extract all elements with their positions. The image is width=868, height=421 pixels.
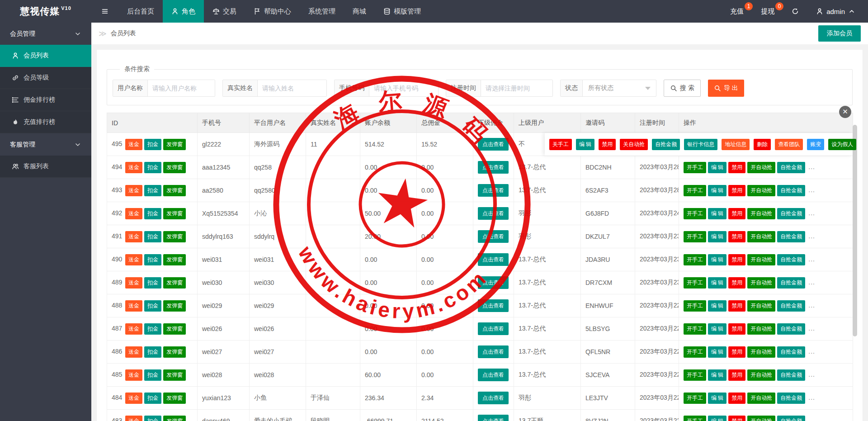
- row-button-送金[interactable]: 送金: [125, 300, 142, 312]
- more-actions-button[interactable]: ...: [808, 394, 815, 401]
- action-button-禁用[interactable]: 禁用: [728, 277, 745, 289]
- action-button-自抢金额[interactable]: 自抢金额: [777, 277, 805, 289]
- action-button-禁用[interactable]: 禁用: [728, 346, 745, 358]
- action-button-开自动抢[interactable]: 开自动抢: [747, 162, 775, 173]
- sidebar-item-会员列表[interactable]: 会员列表: [0, 45, 91, 67]
- sidebar-item-佣金排行榜[interactable]: 佣金排行榜: [0, 89, 91, 111]
- view-button[interactable]: 点击查看: [478, 161, 509, 174]
- action-button-编辑[interactable]: 编 辑: [708, 323, 726, 335]
- expanded-action-自抢金额[interactable]: 自抢金额: [652, 139, 680, 150]
- more-actions-button[interactable]: ...: [808, 186, 815, 194]
- view-button[interactable]: 点击查看: [478, 322, 509, 335]
- sidebar-collapse-icon[interactable]: [91, 0, 118, 23]
- row-button-扣金[interactable]: 扣金: [144, 416, 161, 421]
- action-button-自抢金额[interactable]: 自抢金额: [777, 162, 805, 173]
- action-button-禁用[interactable]: 禁用: [728, 323, 745, 335]
- close-icon[interactable]: ✕: [839, 106, 851, 118]
- row-button-送金[interactable]: 送金: [125, 346, 142, 358]
- action-button-禁用[interactable]: 禁用: [728, 416, 745, 421]
- row-button-送金[interactable]: 送金: [125, 369, 142, 381]
- action-button-自抢金额[interactable]: 自抢金额: [777, 300, 805, 312]
- action-button-开手工[interactable]: 开手工: [684, 208, 706, 219]
- action-button-自抢金额[interactable]: 自抢金额: [777, 416, 805, 421]
- expanded-action-查看团队[interactable]: 查看团队: [775, 139, 803, 150]
- expanded-action-禁用[interactable]: 禁用: [599, 139, 616, 150]
- row-button-发弹窗[interactable]: 发弹窗: [163, 208, 186, 219]
- action-button-开手工[interactable]: 开手工: [684, 254, 706, 265]
- action-button-自抢金额[interactable]: 自抢金额: [777, 323, 805, 335]
- row-button-发弹窗[interactable]: 发弹窗: [163, 139, 186, 150]
- row-button-送金[interactable]: 送金: [125, 254, 142, 265]
- action-button-编辑[interactable]: 编 辑: [708, 393, 726, 404]
- view-button[interactable]: 点击查看: [478, 276, 509, 289]
- action-button-编辑[interactable]: 编 辑: [708, 162, 726, 173]
- row-button-扣金[interactable]: 扣金: [144, 185, 161, 196]
- scrollbar-thumb[interactable]: [853, 125, 857, 336]
- row-button-发弹窗[interactable]: 发弹窗: [163, 300, 186, 312]
- filter-input-注册时间[interactable]: [481, 80, 552, 96]
- more-actions-button[interactable]: ...: [808, 302, 815, 309]
- action-button-自抢金额[interactable]: 自抢金额: [777, 231, 805, 242]
- row-button-送金[interactable]: 送金: [125, 208, 142, 219]
- view-button[interactable]: 点击查看: [478, 392, 509, 404]
- more-actions-button[interactable]: ...: [808, 279, 815, 286]
- row-button-扣金[interactable]: 扣金: [144, 369, 161, 381]
- action-button-禁用[interactable]: 禁用: [728, 254, 745, 265]
- action-button-开手工[interactable]: 开手工: [684, 162, 706, 173]
- row-button-送金[interactable]: 送金: [125, 185, 142, 196]
- expanded-action-删除[interactable]: 删除: [754, 139, 771, 150]
- row-button-发弹窗[interactable]: 发弹窗: [163, 323, 186, 335]
- nav-item-后台首页[interactable]: 后台首页: [118, 0, 163, 23]
- action-button-自抢金额[interactable]: 自抢金额: [777, 346, 805, 358]
- action-button-开手工[interactable]: 开手工: [684, 185, 706, 196]
- export-button[interactable]: 导 出: [708, 80, 744, 97]
- more-actions-button[interactable]: ...: [808, 232, 815, 240]
- action-button-编辑[interactable]: 编 辑: [708, 277, 726, 289]
- more-actions-button[interactable]: ...: [808, 417, 815, 421]
- nav-item-帮助中心[interactable]: 帮助中心: [245, 0, 300, 23]
- view-button[interactable]: 点击查看: [478, 299, 509, 312]
- action-button-自抢金额[interactable]: 自抢金额: [777, 185, 805, 196]
- row-button-送金[interactable]: 送金: [125, 323, 142, 335]
- action-button-编辑[interactable]: 编 辑: [708, 369, 726, 381]
- row-button-发弹窗[interactable]: 发弹窗: [163, 231, 186, 242]
- nav-item-商城[interactable]: 商城: [344, 0, 375, 23]
- action-button-禁用[interactable]: 禁用: [728, 162, 745, 173]
- action-button-编辑[interactable]: 编 辑: [708, 300, 726, 312]
- row-button-扣金[interactable]: 扣金: [144, 300, 161, 312]
- action-button-开自动抢[interactable]: 开自动抢: [747, 416, 775, 421]
- row-button-发弹窗[interactable]: 发弹窗: [163, 416, 186, 421]
- action-button-开自动抢[interactable]: 开自动抢: [747, 185, 775, 196]
- expanded-action-设为假人[interactable]: 设为假人: [828, 139, 856, 150]
- action-button-编辑[interactable]: 编 辑: [708, 231, 726, 242]
- expanded-action-关手工[interactable]: 关手工: [549, 139, 572, 150]
- action-button-编辑[interactable]: 编 辑: [708, 346, 726, 358]
- sidebar-item-充值排行榜[interactable]: 充值排行榜: [0, 111, 91, 133]
- sidebar-group-会员管理[interactable]: 会员管理: [0, 23, 91, 45]
- nav-item-交易[interactable]: 交易: [204, 0, 245, 23]
- admin-menu[interactable]: admin: [816, 8, 855, 15]
- view-button[interactable]: 点击查看: [478, 415, 509, 421]
- more-actions-button[interactable]: ...: [808, 371, 815, 378]
- filter-input-用户名称[interactable]: [148, 80, 215, 96]
- filter-input-真实姓名[interactable]: [258, 80, 326, 96]
- action-button-编辑[interactable]: 编 辑: [708, 208, 726, 219]
- action-button-开手工[interactable]: 开手工: [684, 346, 706, 358]
- view-button[interactable]: 点击查看: [478, 253, 509, 266]
- nav-item-模版管理[interactable]: 模版管理: [375, 0, 429, 23]
- filter-input-手机号码[interactable]: [369, 80, 438, 96]
- action-button-开自动抢[interactable]: 开自动抢: [747, 346, 775, 358]
- more-actions-button[interactable]: ...: [808, 325, 815, 332]
- row-button-扣金[interactable]: 扣金: [144, 208, 161, 219]
- row-button-送金[interactable]: 送金: [125, 139, 142, 150]
- action-button-禁用[interactable]: 禁用: [728, 208, 745, 219]
- status-select[interactable]: 所有状态: [583, 80, 656, 96]
- action-button-禁用[interactable]: 禁用: [728, 369, 745, 381]
- view-button[interactable]: 点击查看: [478, 138, 509, 151]
- row-button-发弹窗[interactable]: 发弹窗: [163, 254, 186, 265]
- action-button-开自动抢[interactable]: 开自动抢: [747, 277, 775, 289]
- view-button[interactable]: 点击查看: [478, 369, 509, 381]
- row-button-扣金[interactable]: 扣金: [144, 162, 161, 173]
- row-button-发弹窗[interactable]: 发弹窗: [163, 346, 186, 358]
- row-button-送金[interactable]: 送金: [125, 231, 142, 242]
